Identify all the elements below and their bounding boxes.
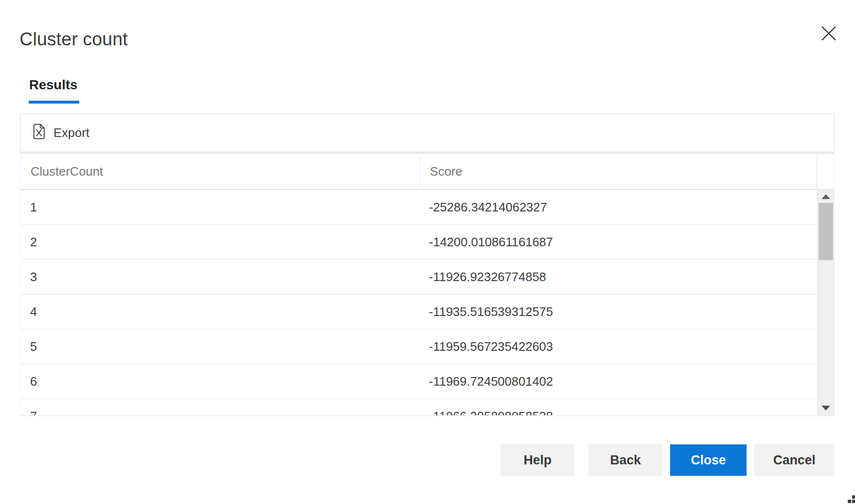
cell-score: -11935.516539312575: [419, 304, 817, 319]
table-row[interactable]: 3 -11926.92326774858: [21, 260, 817, 294]
table-bottom-border: [20, 415, 834, 416]
cell-score: -11926.92326774858: [419, 270, 817, 284]
column-header-clustercount[interactable]: ClusterCount: [21, 154, 420, 189]
back-button[interactable]: Back: [588, 444, 663, 476]
cell-clustercount: 6: [21, 374, 419, 389]
scrollbar-thumb[interactable]: [819, 203, 833, 260]
cell-score: -11959.567235422603: [419, 339, 817, 354]
cell-clustercount: 7: [21, 409, 419, 416]
cell-score: -14200.010861161687: [419, 235, 817, 250]
export-excel-icon: [33, 124, 45, 143]
scroll-down-arrow-icon[interactable]: [822, 406, 830, 410]
tab-results-label: Results: [29, 77, 77, 92]
column-header-spacer: [817, 154, 834, 189]
close-button[interactable]: [818, 23, 840, 45]
table-row[interactable]: 2 -14200.010861161687: [21, 225, 817, 260]
column-header-score[interactable]: Score: [420, 154, 817, 189]
export-button[interactable]: Export: [33, 124, 89, 143]
close-icon: [820, 36, 837, 43]
tab-results[interactable]: Results: [29, 77, 77, 93]
close-primary-button[interactable]: Close: [670, 444, 747, 476]
scroll-up-arrow-icon[interactable]: [822, 194, 830, 199]
cell-score: -11966.305808058538: [419, 409, 817, 416]
table-body: 1 -25286.34214062327 2 -14200.0108611616…: [20, 190, 817, 415]
table-row[interactable]: 5 -11959.567235422603: [21, 329, 817, 364]
vertical-scrollbar[interactable]: [817, 190, 834, 415]
cell-clustercount: 1: [21, 200, 419, 215]
results-toolbar: Export: [20, 114, 834, 152]
export-button-label: Export: [53, 126, 89, 140]
cell-score: -25286.34214062327: [419, 200, 817, 215]
cell-clustercount: 5: [21, 339, 419, 354]
table-row[interactable]: 7 -11966.305808058538: [21, 399, 817, 415]
help-button[interactable]: Help: [501, 444, 575, 476]
cell-score: -11969.724500801402: [419, 374, 817, 389]
cell-clustercount: 3: [21, 270, 419, 284]
page-title: Cluster count: [20, 29, 128, 50]
table-row[interactable]: 4 -11935.516539312575: [21, 294, 817, 329]
resize-grip-dot: [852, 500, 855, 503]
table-row[interactable]: 1 -25286.34214062327: [21, 190, 817, 225]
cell-clustercount: 4: [21, 304, 419, 319]
cancel-button[interactable]: Cancel: [754, 444, 834, 476]
table-header-row: ClusterCount Score: [20, 154, 834, 190]
resize-grip-dot: [848, 500, 851, 503]
cell-clustercount: 2: [21, 235, 419, 250]
table-row[interactable]: 6 -11969.724500801402: [21, 364, 817, 399]
resize-grip-dot: [852, 495, 855, 499]
active-tab-underline: [29, 101, 79, 104]
